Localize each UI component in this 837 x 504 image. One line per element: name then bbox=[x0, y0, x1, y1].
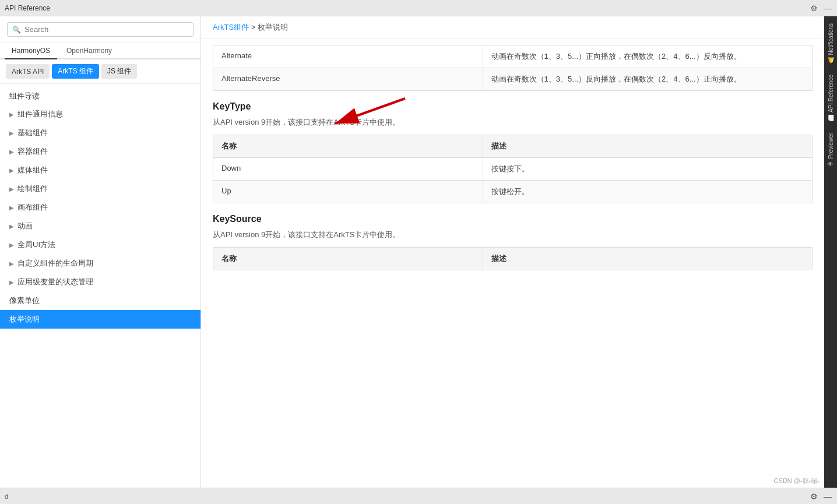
nav-label: 枚举说明 bbox=[9, 314, 40, 325]
bottom-bar: d ⚙ — bbox=[0, 488, 837, 504]
content-body: Alternate 动画在奇数次（1、3、5...）正向播放，在偶数次（2、4、… bbox=[201, 39, 824, 488]
table-row: Down 按键按下。 bbox=[213, 157, 813, 180]
col-header-desc: 描述 bbox=[483, 247, 812, 270]
tabs-row: HarmonyOS OpenHarmony bbox=[0, 43, 201, 59]
keytype-section: KeyType 从API version 9开始，该接口支持在ArkTS卡片中使… bbox=[213, 101, 813, 203]
cell-name: AlternateReverse bbox=[213, 68, 483, 91]
nav-label: 像素单位 bbox=[9, 295, 40, 306]
sidebar-item-global-ui[interactable]: ▶ 全局UI方法 bbox=[0, 235, 201, 254]
breadcrumb-current: 枚举说明 bbox=[258, 23, 288, 31]
search-icon: 🔍 bbox=[12, 26, 21, 34]
keysource-desc: 从API version 9开始，该接口支持在ArkTS卡片中使用。 bbox=[213, 229, 813, 241]
title-bar: API Reference ⚙ — bbox=[0, 0, 837, 16]
api-ref-icon: 📄 bbox=[828, 115, 834, 122]
search-box: 🔍 bbox=[0, 16, 201, 43]
table-row: AlternateReverse 动画在奇数次（1、3、5...）反向播放，在偶… bbox=[213, 68, 813, 91]
tab-harmonyos[interactable]: HarmonyOS bbox=[5, 43, 57, 59]
keytype-table: 名称 描述 Down 按键按下。 Up 按键松开。 bbox=[213, 135, 813, 203]
btn-arkts-api[interactable]: ArkTS API bbox=[6, 64, 50, 79]
bottom-settings-icon[interactable]: ⚙ bbox=[809, 492, 818, 501]
btn-arkts-components[interactable]: ArkTS 组件 bbox=[52, 64, 99, 79]
keysource-section: KeySource 从API version 9开始，该接口支持在ArkTS卡片… bbox=[213, 214, 813, 270]
right-panel-previewer[interactable]: 👁 Previewer bbox=[826, 128, 835, 171]
nav-label: 全局UI方法 bbox=[17, 239, 55, 250]
arrow-icon: ▶ bbox=[9, 186, 14, 192]
breadcrumb-parent[interactable]: ArkTS组件 bbox=[213, 23, 249, 31]
sidebar-nav: 组件导读 ▶ 组件通用信息 ▶ 基础组件 ▶ 容器组件 ▶ 媒体组件 ▶ 绘制组… bbox=[0, 84, 201, 488]
nav-label: 容器组件 bbox=[17, 146, 48, 157]
arrow-icon: ▶ bbox=[9, 223, 14, 230]
title-bar-actions: ⚙ — bbox=[809, 3, 832, 13]
sidebar: 🔍 HarmonyOS OpenHarmony ArkTS API ArkTS … bbox=[0, 16, 201, 488]
keytype-desc: 从API version 9开始，该接口支持在ArkTS卡片中使用。 bbox=[213, 117, 813, 129]
keysource-title: KeySource bbox=[213, 214, 813, 224]
keysource-table: 名称 描述 bbox=[213, 247, 813, 270]
sidebar-item-media-components[interactable]: ▶ 媒体组件 bbox=[0, 161, 201, 179]
table-header-row: 名称 描述 bbox=[213, 247, 813, 270]
nav-label: 基础组件 bbox=[17, 128, 48, 138]
table-row: Up 按键松开。 bbox=[213, 180, 813, 203]
col-header-desc: 描述 bbox=[483, 135, 812, 157]
nav-label: 画布组件 bbox=[17, 202, 48, 213]
breadcrumb: ArkTS组件 > 枚举说明 bbox=[201, 16, 824, 39]
arrow-icon: ▶ bbox=[9, 242, 14, 248]
arrow-icon: ▶ bbox=[9, 260, 14, 267]
nav-label: 应用级变量的状态管理 bbox=[17, 277, 93, 287]
window-title: API Reference bbox=[5, 4, 809, 12]
nav-label: 组件通用信息 bbox=[17, 109, 63, 119]
sidebar-item-drawing-components[interactable]: ▶ 绘制组件 bbox=[0, 179, 201, 198]
table-row: Alternate 动画在奇数次（1、3、5...）正向播放，在偶数次（2、4、… bbox=[213, 45, 813, 68]
btn-js-components[interactable]: JS 组件 bbox=[101, 64, 137, 79]
cell-desc: 动画在奇数次（1、3、5...）正向播放，在偶数次（2、4、6...）反向播放。 bbox=[483, 45, 812, 68]
arrow-icon: ▶ bbox=[9, 130, 14, 136]
cell-name: Up bbox=[213, 180, 483, 203]
nav-label: 动画 bbox=[17, 221, 33, 231]
sidebar-item-custom-lifecycle[interactable]: ▶ 自定义组件的生命周期 bbox=[0, 254, 201, 273]
content-area: ArkTS组件 > 枚举说明 Alternate 动画在奇数次（1、3、5...… bbox=[201, 16, 824, 488]
sidebar-item-enum-desc[interactable]: 枚举说明 bbox=[0, 310, 201, 329]
arrow-icon: ▶ bbox=[9, 205, 14, 211]
nav-section-title: 组件导读 bbox=[0, 87, 201, 105]
nav-label: 自定义组件的生命周期 bbox=[17, 258, 93, 269]
right-panel-api-reference[interactable]: 📄 API Reference bbox=[827, 70, 835, 126]
sidebar-item-container-components[interactable]: ▶ 容器组件 bbox=[0, 142, 201, 161]
main-container: 🔍 HarmonyOS OpenHarmony ArkTS API ArkTS … bbox=[0, 16, 837, 488]
nav-label: 绘制组件 bbox=[17, 184, 48, 194]
cell-name: Down bbox=[213, 157, 483, 180]
table-header-row: 名称 描述 bbox=[213, 135, 813, 157]
sidebar-item-basic-components[interactable]: ▶ 基础组件 bbox=[0, 124, 201, 142]
previewer-icon: 👁 bbox=[827, 161, 834, 167]
arrow-icon: ▶ bbox=[9, 149, 14, 155]
arrow-icon: ▶ bbox=[9, 279, 14, 286]
right-panel: 🔔 Notifications 📄 API Reference 👁 Previe… bbox=[824, 16, 837, 488]
breadcrumb-separator: > bbox=[249, 23, 258, 31]
sidebar-item-canvas-components[interactable]: ▶ 画布组件 bbox=[0, 198, 201, 217]
api-buttons: ArkTS API ArkTS 组件 JS 组件 bbox=[0, 59, 201, 84]
bottom-bar-right: ⚙ — bbox=[809, 492, 832, 501]
sidebar-item-app-state[interactable]: ▶ 应用级变量的状态管理 bbox=[0, 273, 201, 291]
col-header-name: 名称 bbox=[213, 135, 483, 157]
right-panel-notifications[interactable]: 🔔 Notifications bbox=[827, 19, 835, 69]
keytype-title: KeyType bbox=[213, 101, 813, 112]
bottom-left-text: d bbox=[5, 493, 8, 500]
sidebar-item-component-info[interactable]: ▶ 组件通用信息 bbox=[0, 105, 201, 124]
animate-table: Alternate 动画在奇数次（1、3、5...）正向播放，在偶数次（2、4、… bbox=[213, 45, 813, 91]
sidebar-item-animation[interactable]: ▶ 动画 bbox=[0, 217, 201, 235]
search-wrapper[interactable]: 🔍 bbox=[7, 22, 194, 37]
cell-desc: 按键按下。 bbox=[483, 157, 812, 180]
search-input[interactable] bbox=[24, 25, 188, 34]
settings-icon[interactable]: ⚙ bbox=[809, 3, 818, 13]
arrow-icon: ▶ bbox=[9, 167, 14, 174]
cell-name: Alternate bbox=[213, 45, 483, 68]
cell-desc: 动画在奇数次（1、3、5...）反向播放，在偶数次（2、4、6...）正向播放。 bbox=[483, 68, 812, 91]
cell-desc: 按键松开。 bbox=[483, 180, 812, 203]
tab-openharmony[interactable]: OpenHarmony bbox=[59, 43, 119, 59]
col-header-name: 名称 bbox=[213, 247, 483, 270]
nav-label: 媒体组件 bbox=[17, 165, 48, 175]
notifications-icon: 🔔 bbox=[828, 57, 834, 64]
sidebar-item-pixel-unit[interactable]: 像素单位 bbox=[0, 291, 201, 310]
bottom-minimize-icon[interactable]: — bbox=[823, 492, 832, 501]
arrow-icon: ▶ bbox=[9, 111, 14, 118]
minimize-icon[interactable]: — bbox=[823, 3, 832, 13]
